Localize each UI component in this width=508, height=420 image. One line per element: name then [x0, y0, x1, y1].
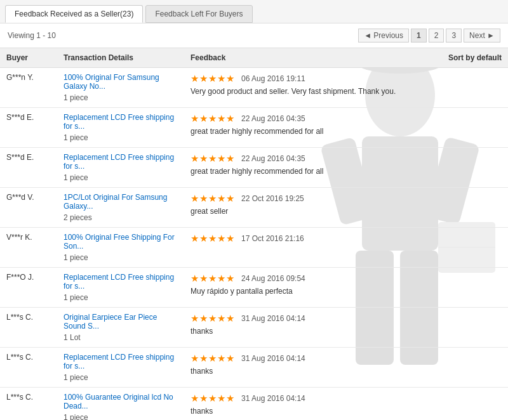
transaction-cell: Replacement LCD Free shipping for s... 1…	[57, 268, 184, 308]
table-header-row: Buyer Transaction Details Feedback Sort …	[0, 48, 508, 68]
feedback-rating-row: ★★★★★ 17 Oct 2016 21:16	[190, 233, 502, 244]
pagination: ◄ Previous 1 2 3 Next ►	[358, 29, 500, 43]
table-row: S***d E. Replacement LCD Free shipping f…	[0, 108, 508, 148]
viewing-bar: Viewing 1 - 10 ◄ Previous 1 2 3 Next ►	[0, 23, 508, 48]
table-row: L***s C. 100% Guarantee Original lcd No …	[0, 388, 508, 421]
feedback-date: 31 Aug 2016 04:14	[241, 394, 305, 403]
col-feedback: Feedback	[184, 48, 320, 68]
star-rating: ★★★★★	[190, 273, 235, 284]
col-sort[interactable]: Sort by default	[320, 48, 508, 68]
transaction-cell: 100% Original For Samsung Galaxy No... 1…	[57, 68, 184, 108]
quantity-text: 1 piece	[64, 93, 178, 102]
transaction-cell: 100% Guarantee Original lcd No Dead... 1…	[57, 388, 184, 421]
feedback-date: 17 Oct 2016 21:16	[241, 234, 304, 243]
viewing-text: Viewing 1 - 10	[8, 31, 56, 40]
table-row: L***s C. Replacement LCD Free shipping f…	[0, 348, 508, 388]
table-row: G***d V. 1PC/Lot Original For Samsung Ga…	[0, 188, 508, 228]
transaction-link[interactable]: 100% Original Free Shipping For Son...	[64, 233, 178, 251]
buyer-cell: S***d E.	[0, 148, 57, 188]
star-rating: ★★★★★	[190, 233, 235, 244]
transaction-link[interactable]: 100% Original For Samsung Galaxy No...	[64, 73, 178, 91]
transaction-link[interactable]: Replacement LCD Free shipping for s...	[64, 353, 178, 371]
buyer-cell: F***O J.	[0, 268, 57, 308]
next-button[interactable]: Next ►	[464, 29, 500, 43]
feedback-text: thanks	[190, 407, 502, 416]
feedback-date: 22 Oct 2016 19:25	[241, 194, 304, 203]
table-row: G***n Y. 100% Original For Samsung Galax…	[0, 68, 508, 108]
page-container: Feedback Received as a Seller(23) Feedba…	[0, 0, 508, 420]
feedback-cell: ★★★★★ 17 Oct 2016 21:16	[184, 228, 508, 268]
transaction-link[interactable]: Replacement LCD Free shipping for s...	[64, 113, 178, 131]
buyer-cell: G***d V.	[0, 188, 57, 228]
main-content: Feedback Received as a Seller(23) Feedba…	[0, 0, 508, 420]
table-row: S***d E. Replacement LCD Free shipping f…	[0, 148, 508, 188]
buyer-cell: G***n Y.	[0, 68, 57, 108]
feedback-rating-row: ★★★★★ 24 Aug 2016 09:54	[190, 273, 502, 284]
feedback-cell: ★★★★★ 31 Aug 2016 04:14 thanks	[184, 348, 508, 388]
transaction-cell: Original Earpiece Ear Piece Sound S... 1…	[57, 308, 184, 348]
feedback-date: 31 Aug 2016 04:14	[241, 314, 305, 323]
col-buyer: Buyer	[0, 48, 57, 68]
star-rating: ★★★★★	[190, 353, 235, 364]
page-2-button[interactable]: 2	[429, 29, 444, 43]
feedback-date: 06 Aug 2016 19:11	[241, 74, 305, 83]
page-3-button[interactable]: 3	[446, 29, 462, 43]
feedback-rating-row: ★★★★★ 22 Aug 2016 04:35	[190, 113, 502, 124]
quantity-text: 1 Lot	[64, 333, 178, 342]
feedback-rating-row: ★★★★★ 22 Aug 2016 04:35	[190, 153, 502, 164]
feedback-text: thanks	[190, 327, 502, 336]
star-rating: ★★★★★	[190, 113, 235, 124]
feedback-date: 24 Aug 2016 09:54	[241, 274, 305, 283]
transaction-cell: Replacement LCD Free shipping for s... 1…	[57, 348, 184, 388]
transaction-link[interactable]: 100% Guarantee Original lcd No Dead...	[64, 393, 178, 410]
buyer-cell: L***s C.	[0, 388, 57, 421]
col-transaction: Transaction Details	[57, 48, 184, 68]
feedback-rating-row: ★★★★★ 22 Oct 2016 19:25	[190, 193, 502, 204]
table-row: V***r K. 100% Original Free Shipping For…	[0, 228, 508, 268]
table-row: L***s C. Original Earpiece Ear Piece Sou…	[0, 308, 508, 348]
tab-left[interactable]: Feedback Left For Buyers	[145, 5, 252, 23]
buyer-cell: L***s C.	[0, 348, 57, 388]
buyer-cell: L***s C.	[0, 308, 57, 348]
feedback-rating-row: ★★★★★ 31 Aug 2016 04:14	[190, 393, 502, 404]
tab-received[interactable]: Feedback Received as a Seller(23)	[5, 5, 143, 23]
transaction-link[interactable]: Original Earpiece Ear Piece Sound S...	[64, 313, 178, 331]
feedback-date: 31 Aug 2016 04:14	[241, 354, 305, 363]
transaction-cell: Replacement LCD Free shipping for s... 1…	[57, 108, 184, 148]
prev-button[interactable]: ◄ Previous	[358, 29, 409, 43]
feedback-cell: ★★★★★ 22 Aug 2016 04:35 great trader hig…	[184, 108, 508, 148]
page-1-button[interactable]: 1	[411, 29, 427, 43]
transaction-cell: 1PC/Lot Original For Samsung Galaxy... 2…	[57, 188, 184, 228]
buyer-cell: V***r K.	[0, 228, 57, 268]
feedback-cell: ★★★★★ 24 Aug 2016 09:54 Muy rápido y pan…	[184, 268, 508, 308]
feedback-text: Muy rápido y pantalla perfecta	[190, 287, 502, 296]
quantity-text: 1 piece	[64, 173, 178, 182]
feedback-text: great trader highly recommended for all	[190, 127, 502, 136]
quantity-text: 1 piece	[64, 373, 178, 382]
tabs-bar: Feedback Received as a Seller(23) Feedba…	[0, 0, 508, 23]
buyer-cell: S***d E.	[0, 108, 57, 148]
table-row: F***O J. Replacement LCD Free shipping f…	[0, 268, 508, 308]
feedback-cell: ★★★★★ 31 Aug 2016 04:14 thanks	[184, 308, 508, 348]
quantity-text: 1 piece	[64, 293, 178, 302]
quantity-text: 1 piece	[64, 413, 178, 420]
feedback-text: great seller	[190, 207, 502, 216]
feedback-cell: ★★★★★ 06 Aug 2016 19:11 Very good produc…	[184, 68, 508, 108]
feedback-text: great trader highly recommended for all	[190, 167, 502, 176]
feedback-rating-row: ★★★★★ 31 Aug 2016 04:14	[190, 313, 502, 324]
quantity-text: 1 piece	[64, 253, 178, 262]
feedback-rating-row: ★★★★★ 06 Aug 2016 19:11	[190, 73, 502, 84]
star-rating: ★★★★★	[190, 393, 235, 404]
feedback-date: 22 Aug 2016 04:35	[241, 154, 305, 163]
transaction-link[interactable]: Replacement LCD Free shipping for s...	[64, 153, 178, 171]
transaction-link[interactable]: 1PC/Lot Original For Samsung Galaxy...	[64, 193, 178, 211]
feedback-date: 22 Aug 2016 04:35	[241, 114, 305, 123]
transaction-link[interactable]: Replacement LCD Free shipping for s...	[64, 273, 178, 291]
star-rating: ★★★★★	[190, 73, 235, 84]
feedback-cell: ★★★★★ 31 Aug 2016 04:14 thanks	[184, 388, 508, 421]
quantity-text: 1 piece	[64, 133, 178, 142]
feedback-text: Very good product and seller. Very fast …	[190, 87, 502, 96]
feedback-cell: ★★★★★ 22 Oct 2016 19:25 great seller	[184, 188, 508, 228]
feedback-text: thanks	[190, 367, 502, 376]
transaction-cell: Replacement LCD Free shipping for s... 1…	[57, 148, 184, 188]
